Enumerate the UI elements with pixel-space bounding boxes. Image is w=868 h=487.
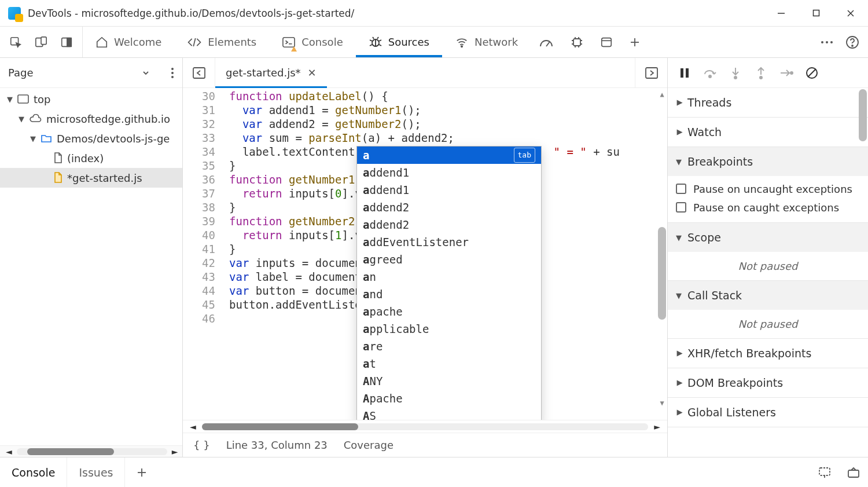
autocomplete-item[interactable]: atab (357, 147, 541, 164)
panel-callstack[interactable]: ▼Call Stack Not paused (668, 281, 868, 339)
toggle-debugger-button[interactable] (635, 58, 667, 87)
scroll-right-icon[interactable]: ► (654, 422, 660, 431)
autocomplete-item[interactable]: ANY (357, 372, 541, 390)
editor-file-tab[interactable]: get-started.js* ✕ (215, 58, 327, 87)
tab-elements[interactable]: Elements (174, 27, 269, 57)
panel-threads[interactable]: ▼Threads (668, 88, 868, 118)
pause-uncaught-checkbox[interactable]: Pause on uncaught exceptions (676, 180, 860, 198)
line-gutter: 3031323334353637383940414243444546 (183, 88, 223, 420)
tab-label: Network (475, 36, 518, 48)
more-tabs-button[interactable] (621, 27, 649, 57)
svg-point-14 (461, 46, 462, 47)
panel-watch[interactable]: ▼Watch (668, 118, 868, 147)
pause-button[interactable] (677, 65, 692, 80)
autocomplete-item[interactable]: are (357, 338, 541, 355)
tab-label: Console (301, 36, 343, 48)
tab-memory[interactable] (562, 27, 592, 57)
scroll-right-icon[interactable]: ► (172, 447, 178, 456)
navigator-mode-label[interactable]: Page (8, 67, 137, 79)
app-window-icon (600, 36, 613, 49)
folder-icon (41, 134, 52, 143)
document-icon (53, 172, 62, 184)
tab-application[interactable] (592, 27, 621, 57)
autocomplete-item[interactable]: addend2 (357, 216, 541, 233)
tab-sources[interactable]: Sources (356, 27, 442, 57)
autocomplete-item[interactable]: applicable (357, 320, 541, 338)
checkbox-icon (676, 184, 686, 194)
svg-rect-32 (681, 68, 683, 78)
window-minimize-button[interactable] (764, 0, 799, 27)
chevron-down-icon[interactable] (142, 69, 150, 77)
code-editor[interactable]: 3031323334353637383940414243444546 funct… (183, 88, 667, 420)
drawer-add-tab[interactable] (125, 457, 159, 487)
window-maximize-button[interactable] (799, 0, 833, 27)
svg-point-38 (760, 76, 762, 79)
close-icon[interactable]: ✕ (308, 67, 317, 79)
autocomplete-item[interactable]: agreed (357, 251, 541, 268)
autocomplete-item[interactable]: addEventListener (357, 233, 541, 251)
sidebar-hscrollbar[interactable]: ◄ ► (0, 445, 182, 457)
drawer-issues-icon[interactable] (810, 457, 839, 487)
editor-vscrollbar[interactable]: ▲ ▼ (658, 89, 666, 408)
panel-scope[interactable]: ▼Scope Not paused (668, 223, 868, 281)
autocomplete-item[interactable]: an (357, 268, 541, 285)
code-icon (187, 36, 202, 49)
scroll-left-icon[interactable]: ◄ (190, 422, 196, 431)
step-out-button[interactable] (753, 65, 768, 80)
step-into-button[interactable] (728, 65, 743, 80)
tab-performance[interactable] (531, 27, 562, 57)
autocomplete-item[interactable]: addend1 (357, 181, 541, 199)
tab-welcome[interactable]: Welcome (83, 27, 174, 57)
autocomplete-item[interactable]: Apache (357, 390, 541, 407)
svg-rect-30 (193, 68, 205, 78)
scroll-up-icon[interactable]: ▲ (658, 89, 666, 100)
svg-line-42 (808, 69, 816, 77)
tree-node-origin[interactable]: ▼ microsoftedge.github.io (0, 109, 182, 129)
panel-breakpoints[interactable]: ▼Breakpoints Pause on uncaught exception… (668, 147, 868, 223)
step-button[interactable] (779, 65, 794, 80)
autocomplete-item[interactable]: apache (357, 303, 541, 320)
autocomplete-item[interactable]: addend1 (357, 164, 541, 181)
drawer-expand-icon[interactable] (839, 457, 868, 487)
settings-menu-button[interactable] (817, 32, 837, 52)
autocomplete-item[interactable]: addend2 (357, 199, 541, 216)
help-button[interactable] (843, 32, 862, 52)
svg-rect-46 (848, 470, 859, 477)
inspect-element-icon[interactable] (6, 32, 25, 52)
autocomplete-item[interactable]: AS (357, 407, 541, 420)
dock-side-icon[interactable] (57, 32, 76, 52)
tree-file-getstarted[interactable]: *get-started.js (0, 168, 182, 188)
svg-rect-10 (283, 37, 295, 47)
deactivate-breakpoints-button[interactable] (804, 65, 819, 80)
svg-rect-45 (819, 468, 830, 475)
tree-node-top[interactable]: ▼ top (0, 89, 182, 109)
autocomplete-popup[interactable]: atabaddend1addend1addend2addend2addEvent… (356, 146, 542, 420)
scroll-left-icon[interactable]: ◄ (6, 447, 12, 456)
pause-caught-checkbox[interactable]: Pause on caught exceptions (676, 198, 860, 217)
tree-file-index[interactable]: (index) (0, 148, 182, 168)
tab-network[interactable]: Network (442, 27, 531, 57)
autocomplete-item[interactable]: at (357, 355, 541, 372)
svg-rect-33 (686, 68, 689, 78)
scroll-down-icon[interactable]: ▼ (658, 398, 666, 408)
drawer-tab-issues[interactable]: Issues (67, 457, 125, 487)
drawer-tab-console[interactable]: Console (0, 457, 67, 487)
braces-icon[interactable]: { } (193, 439, 210, 451)
svg-point-34 (709, 75, 711, 78)
autocomplete-item[interactable]: and (357, 285, 541, 303)
panel-global-listeners[interactable]: ▼Global Listeners (668, 398, 868, 427)
toggle-navigator-button[interactable] (183, 58, 215, 87)
callstack-message: Not paused (668, 310, 868, 338)
tree-node-folder[interactable]: ▼ Demos/devtools-js-ge (0, 129, 182, 148)
sources-navigator: Page ▼ top ▼ microsoftedge.github.io ▼ (0, 58, 183, 457)
tab-console[interactable]: Console (269, 27, 355, 57)
debugger-vscrollbar[interactable] (859, 89, 867, 457)
window-close-button[interactable] (833, 0, 868, 27)
panel-dom-breakpoints[interactable]: ▼DOM Breakpoints (668, 368, 868, 398)
step-over-button[interactable] (703, 65, 718, 80)
panel-xhr-breakpoints[interactable]: ▼XHR/fetch Breakpoints (668, 339, 868, 368)
device-emulation-icon[interactable] (31, 32, 51, 52)
coverage-label[interactable]: Coverage (344, 439, 393, 451)
more-options-icon[interactable] (171, 67, 174, 79)
editor-hscrollbar[interactable]: ◄ ► (183, 420, 667, 433)
